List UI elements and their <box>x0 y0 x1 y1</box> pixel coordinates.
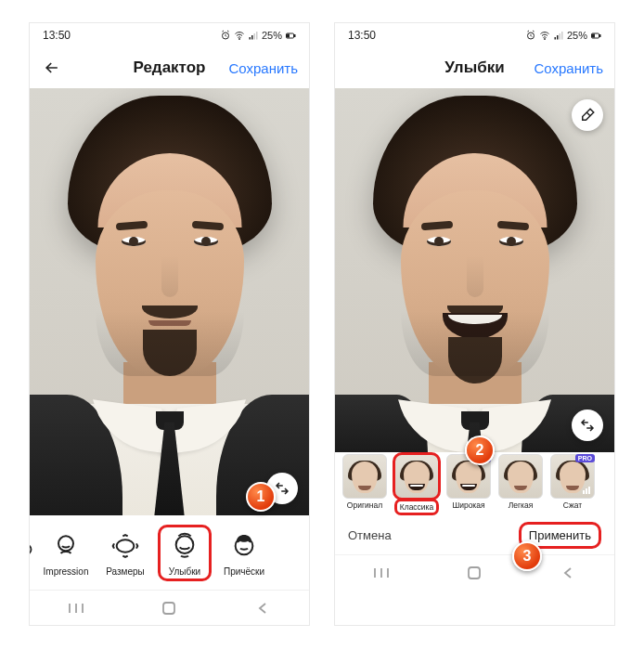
status-time: 13:50 <box>43 29 71 42</box>
tool-label: Причёски <box>224 566 264 577</box>
wifi-icon <box>539 30 550 41</box>
android-nav-bar <box>335 554 614 590</box>
recents-icon <box>68 602 84 615</box>
callout-1: 1 <box>246 482 276 512</box>
tool-label: Улыбки <box>169 566 200 577</box>
status-icons: 25% <box>220 30 296 41</box>
editor-toolbar: на Impression Размеры Улыбки Причёски <box>30 515 309 590</box>
bottom-actions: Отмена Применить <box>335 515 614 554</box>
status-time: 13:50 <box>348 29 376 42</box>
filter-label: Легкая <box>509 500 534 510</box>
tool-hairstyles[interactable]: Причёски <box>217 529 271 577</box>
nav-back[interactable] <box>540 566 596 580</box>
impression-icon <box>51 531 81 561</box>
smile-face-icon <box>170 531 200 561</box>
filter-label: Широкая <box>452 500 484 510</box>
filter-label: Оригинал <box>347 500 382 510</box>
wifi-icon <box>234 30 245 41</box>
callout-2: 2 <box>465 436 495 465</box>
svg-rect-5 <box>256 32 258 40</box>
svg-rect-9 <box>30 543 32 555</box>
svg-rect-8 <box>288 34 290 37</box>
tool-impression[interactable]: Impression <box>39 529 93 577</box>
callout-3: 3 <box>512 541 542 571</box>
nav-recents[interactable] <box>48 602 104 615</box>
crop-icon <box>30 532 38 560</box>
status-bar: 13:50 25% <box>335 23 614 47</box>
tool-label: Размеры <box>106 566 145 577</box>
status-battery-text: 25% <box>567 30 587 41</box>
intensity-icon <box>583 487 590 494</box>
status-bar: 13:50 25% <box>30 23 309 47</box>
compare-icon <box>579 417 596 434</box>
svg-point-10 <box>58 536 73 551</box>
svg-rect-7 <box>294 35 295 37</box>
compare-icon <box>274 480 290 497</box>
filter-label: Классика <box>397 501 437 513</box>
app-bar: Редактор Сохранить <box>30 47 309 88</box>
tool-sizes[interactable]: Размеры <box>98 529 152 577</box>
alarm-icon <box>220 30 231 41</box>
nav-back[interactable] <box>235 601 290 616</box>
eraser-icon <box>579 107 596 124</box>
tool-label: Impression <box>44 566 89 577</box>
nav-back-icon <box>560 566 575 580</box>
status-icons: 25% <box>525 30 601 41</box>
svg-rect-23 <box>593 34 595 37</box>
save-button[interactable]: Сохранить <box>534 60 603 76</box>
svg-point-16 <box>544 39 545 40</box>
nav-recents[interactable] <box>354 566 409 579</box>
svg-rect-14 <box>163 603 174 614</box>
svg-rect-24 <box>469 567 480 578</box>
nav-home[interactable] <box>446 565 502 581</box>
svg-rect-2 <box>249 37 251 40</box>
alarm-icon <box>525 30 536 41</box>
tool-smiles[interactable]: Улыбки <box>158 525 212 581</box>
svg-rect-22 <box>599 35 600 37</box>
save-button[interactable]: Сохранить <box>228 60 298 76</box>
photo-preview <box>30 88 309 515</box>
signal-icon <box>248 30 259 41</box>
signal-icon <box>553 30 564 41</box>
svg-point-12 <box>176 536 194 553</box>
status-battery-text: 25% <box>262 30 282 41</box>
home-icon <box>466 565 483 581</box>
back-button[interactable] <box>41 57 63 79</box>
svg-point-1 <box>238 39 239 40</box>
svg-rect-17 <box>554 37 556 40</box>
svg-rect-20 <box>561 32 563 40</box>
sizes-icon <box>110 531 140 561</box>
photo-preview <box>335 88 614 452</box>
recents-icon <box>373 566 390 579</box>
svg-rect-19 <box>559 33 560 40</box>
pro-badge: PRO <box>575 454 595 462</box>
nav-back-icon <box>255 601 270 616</box>
svg-rect-18 <box>557 35 559 40</box>
filter-classic[interactable]: Классика <box>393 454 441 513</box>
compare-button[interactable] <box>572 410 603 441</box>
phone-smiles: 13:50 25% Улыбки Сохранить <box>334 22 615 626</box>
home-icon <box>161 600 177 617</box>
hairstyle-icon <box>229 531 259 561</box>
filter-original[interactable]: Оригинал <box>341 454 389 510</box>
svg-point-11 <box>117 540 135 552</box>
battery-icon <box>285 30 296 41</box>
filter-light[interactable]: Легкая <box>496 454 545 510</box>
svg-rect-3 <box>251 35 253 40</box>
android-nav-bar <box>30 590 309 625</box>
filter-tight[interactable]: PRO Сжат <box>548 454 597 510</box>
app-bar: Улыбки Сохранить <box>335 47 614 88</box>
cancel-button[interactable]: Отмена <box>348 528 392 542</box>
arrow-left-icon <box>43 58 61 77</box>
phone-editor: 13:50 25% Редактор Сохранить <box>29 22 310 626</box>
svg-rect-4 <box>253 33 255 40</box>
nav-home[interactable] <box>141 600 197 617</box>
tool-crop-partial[interactable]: на <box>30 529 33 577</box>
eraser-button[interactable] <box>572 99 603 131</box>
battery-icon <box>590 30 601 41</box>
filter-label: Сжат <box>563 500 582 510</box>
